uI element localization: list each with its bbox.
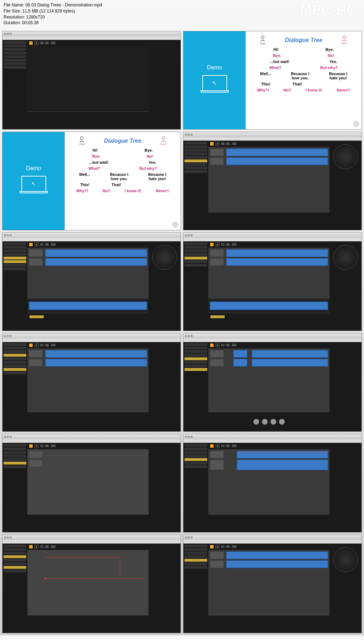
- tree-node: No!: [328, 53, 334, 58]
- window-titlebar: [183, 535, 362, 540]
- clip-detail[interactable]: [29, 301, 147, 310]
- tree-node: Because I hate you!: [148, 172, 166, 181]
- timeline[interactable]: [208, 550, 330, 615]
- play-button[interactable]: ▶: [215, 343, 220, 347]
- track-header[interactable]: [210, 551, 224, 559]
- play-button[interactable]: ▶: [215, 242, 220, 247]
- stop-button[interactable]: [210, 142, 214, 146]
- audio-clip[interactable]: [45, 258, 147, 266]
- automation-point[interactable]: [44, 578, 46, 579]
- knob-icon[interactable]: [253, 419, 259, 425]
- track-header[interactable]: [210, 451, 224, 458]
- track-header[interactable]: [210, 359, 224, 367]
- demo-label: Demo: [26, 165, 41, 172]
- stop-button[interactable]: [29, 343, 33, 347]
- track-header[interactable]: [210, 157, 224, 165]
- audio-clip[interactable]: [226, 258, 328, 266]
- track-header[interactable]: [29, 359, 43, 367]
- stop-button[interactable]: [29, 545, 33, 549]
- menubar: [183, 439, 362, 443]
- audio-clip[interactable]: [252, 359, 328, 367]
- dialogue-tree-panel: YOU Dialogue Tree NPC Hi!Bye. Bye.No! ..…: [65, 132, 181, 230]
- audio-clip[interactable]: [45, 249, 147, 257]
- track-header[interactable]: [29, 350, 43, 358]
- audio-clip[interactable]: [233, 359, 247, 367]
- timeline[interactable]: [27, 449, 149, 514]
- audio-clip[interactable]: [237, 460, 328, 470]
- automation-line[interactable]: [45, 578, 145, 579]
- timeline[interactable]: [27, 248, 149, 299]
- file-size-value: 11,5 MB (12 114 929 bytes): [22, 9, 75, 14]
- transport-panel: [27, 111, 149, 129]
- timeline[interactable]: [27, 348, 149, 412]
- window-titlebar: [183, 132, 362, 137]
- you-icon: YOU: [78, 136, 85, 146]
- audio-clip[interactable]: [45, 359, 147, 367]
- transport-slider[interactable]: [210, 315, 225, 318]
- toolbar: ▶02:00.300: [208, 544, 330, 550]
- knob-icon[interactable]: [271, 419, 276, 425]
- knob-icon[interactable]: [279, 419, 285, 425]
- tree-node: But why?: [139, 166, 157, 171]
- track-header[interactable]: [210, 148, 224, 156]
- play-button[interactable]: ▶: [215, 545, 220, 549]
- audio-clip[interactable]: [226, 148, 328, 156]
- svg-point-3: [162, 137, 165, 140]
- play-button[interactable]: ▶: [34, 343, 39, 347]
- play-button[interactable]: ▶: [34, 444, 39, 448]
- audio-clip[interactable]: [226, 560, 328, 568]
- stop-button[interactable]: [210, 444, 214, 448]
- stop-button[interactable]: [210, 242, 214, 247]
- tree-node: No!!: [283, 88, 291, 92]
- jog-wheel[interactable]: [333, 547, 358, 572]
- audio-clip[interactable]: [45, 350, 147, 358]
- stop-button[interactable]: [210, 545, 214, 549]
- automation-line[interactable]: [237, 452, 328, 452]
- track-header[interactable]: [210, 249, 224, 257]
- clip-detail[interactable]: [210, 301, 328, 310]
- resolution-label: Resolution:: [4, 15, 26, 20]
- track-header[interactable]: [210, 460, 224, 470]
- knob-icon[interactable]: [262, 419, 268, 425]
- thumb-8: ▶02:00.300: [183, 333, 362, 432]
- automation-line[interactable]: [120, 557, 120, 578]
- track-header[interactable]: [29, 460, 43, 467]
- toolbar: ▶01:00.300: [27, 241, 149, 248]
- audio-clip[interactable]: [252, 350, 328, 358]
- timeline[interactable]: [208, 348, 330, 412]
- play-button[interactable]: ▶: [34, 242, 39, 247]
- automation-line[interactable]: [45, 557, 120, 557]
- stop-button[interactable]: [29, 41, 33, 45]
- stop-button[interactable]: [210, 343, 214, 347]
- audio-clip[interactable]: [237, 451, 328, 458]
- audio-clip[interactable]: [226, 249, 328, 257]
- audio-clip[interactable]: [233, 350, 247, 358]
- track-header[interactable]: [29, 451, 43, 458]
- stop-button[interactable]: [29, 444, 33, 448]
- tree-node: No!: [147, 154, 153, 158]
- timeline[interactable]: [208, 147, 330, 212]
- stop-button[interactable]: [29, 242, 33, 247]
- audio-clip[interactable]: [226, 157, 328, 165]
- automation-view[interactable]: [27, 550, 149, 615]
- timeline[interactable]: [208, 449, 330, 514]
- transport-slider[interactable]: [30, 315, 44, 318]
- play-button[interactable]: ▶: [215, 142, 220, 146]
- track-header[interactable]: [29, 258, 43, 266]
- audio-clip[interactable]: [226, 551, 328, 559]
- track-header[interactable]: [210, 560, 224, 568]
- jog-wheel[interactable]: [333, 144, 358, 169]
- track-header[interactable]: [210, 350, 224, 358]
- file-size-label: File Size:: [4, 9, 22, 14]
- tree-node: Because I love you.: [291, 72, 309, 80]
- play-button[interactable]: ▶: [34, 41, 39, 45]
- timeline[interactable]: [208, 248, 330, 299]
- play-button[interactable]: ▶: [34, 545, 39, 549]
- jog-wheel[interactable]: [152, 245, 177, 270]
- track-header[interactable]: [29, 249, 43, 257]
- transport-panel: [208, 615, 330, 633]
- track-header[interactable]: [210, 258, 224, 266]
- jog-wheel[interactable]: [333, 245, 358, 270]
- menubar: [2, 540, 181, 544]
- play-button[interactable]: ▶: [215, 444, 220, 448]
